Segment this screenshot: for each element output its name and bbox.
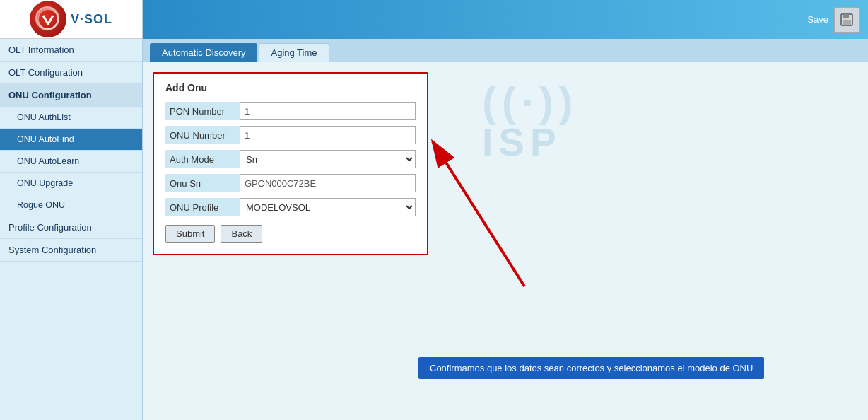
submit-button[interactable]: Submit	[165, 225, 215, 243]
top-bar: Save	[143, 0, 868, 39]
tabs-bar: Automatic DiscoveryAging Time	[143, 39, 868, 62]
svg-rect-3	[843, 20, 851, 25]
input-onu-number[interactable]	[240, 126, 416, 144]
save-icon	[840, 13, 854, 27]
sidebar: V·SOL OLT InformationOLT ConfigurationON…	[0, 0, 143, 420]
tab-aging-time[interactable]: Aging Time	[259, 43, 329, 62]
sidebar-item-olt-info[interactable]: OLT Information	[0, 39, 142, 62]
logo-area: V·SOL	[0, 0, 142, 39]
sidebar-item-onu-autolearn[interactable]: ONU AutoLearn	[0, 151, 142, 173]
logo-text: V·SOL	[71, 12, 112, 27]
form-row-onu-sn: Onu Sn	[165, 174, 416, 192]
svg-rect-2	[843, 14, 849, 18]
sidebar-item-onu-authlist[interactable]: ONU AuthList	[0, 107, 142, 129]
annotation-tooltip: Confirmamos que los datos sean correctos…	[418, 357, 764, 379]
label-onu-number: ONU Number	[165, 126, 240, 144]
vsol-logo-icon	[30, 1, 66, 37]
input-onu-sn[interactable]	[240, 174, 416, 192]
select-auth-mode[interactable]: SnPasswordHybrid	[240, 150, 416, 168]
tab-automatic-discovery[interactable]: Automatic Discovery	[150, 43, 257, 62]
form-row-onu-number: ONU Number	[165, 126, 416, 144]
sidebar-item-onu-autofind[interactable]: ONU AutoFind	[0, 129, 142, 151]
back-button[interactable]: Back	[221, 225, 262, 243]
sidebar-item-rogue-onu[interactable]: Rogue ONU	[0, 194, 142, 216]
select-onu-profile[interactable]: MODELOVSOL	[240, 198, 416, 216]
sidebar-item-profile-config[interactable]: Profile Configuration	[0, 216, 142, 239]
label-pon-number: PON Number	[165, 102, 240, 120]
input-pon-number[interactable]	[240, 102, 416, 120]
form-row-auth-mode: Auth ModeSnPasswordHybrid	[165, 150, 416, 168]
label-onu-profile: ONU Profile	[165, 198, 240, 216]
save-label: Save	[807, 14, 828, 25]
form-row-pon-number: PON Number	[165, 102, 416, 120]
sidebar-item-system-config[interactable]: System Configuration	[0, 239, 142, 262]
sidebar-nav: OLT InformationOLT ConfigurationONU Conf…	[0, 39, 142, 262]
form-area: Add Onu PON NumberONU NumberAuth ModeSnP…	[143, 62, 868, 265]
form-row-onu-profile: ONU ProfileMODELOVSOL	[165, 198, 416, 216]
sidebar-item-onu-upgrade[interactable]: ONU Upgrade	[0, 173, 142, 194]
form-buttons: Submit Back	[165, 225, 416, 243]
svg-point-0	[38, 9, 58, 29]
sidebar-item-onu-config[interactable]: ONU Configuration	[0, 84, 142, 107]
save-button[interactable]	[834, 7, 860, 33]
form-title: Add Onu	[165, 82, 416, 93]
sidebar-item-olt-config[interactable]: OLT Configuration	[0, 62, 142, 84]
main-content: Save Automatic DiscoveryAging Time Add O…	[143, 0, 868, 420]
add-onu-form: Add Onu PON NumberONU NumberAuth ModeSnP…	[153, 72, 428, 255]
label-auth-mode: Auth Mode	[165, 150, 240, 168]
label-onu-sn: Onu Sn	[165, 174, 240, 192]
